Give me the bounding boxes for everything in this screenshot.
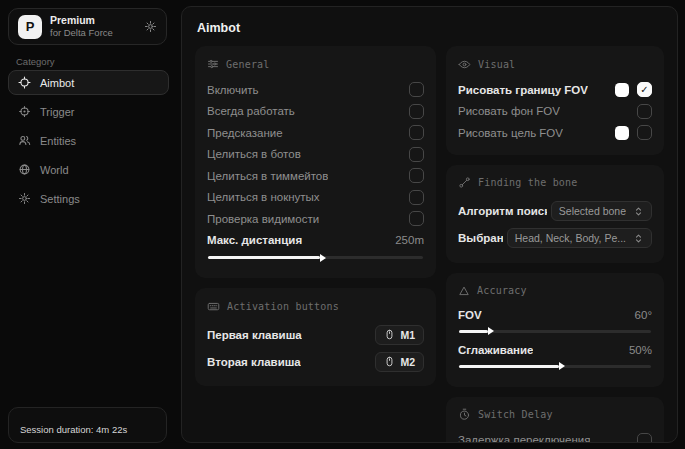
fov-slider[interactable] [459, 330, 651, 333]
bone-header: Finding the bone [458, 174, 652, 192]
selected-bones-select[interactable]: Head, Neck, Body, Pe... [507, 228, 652, 248]
checkbox[interactable] [409, 104, 424, 119]
sidebar-item-aimbot[interactable]: Aimbot [8, 70, 169, 95]
visual-row: Рисовать фон FOV [458, 101, 652, 123]
brand-text: Premium for Delta Force [50, 14, 113, 39]
checkbox[interactable] [409, 147, 424, 162]
switch-delay-card: Switch Delay Задержка переключения Задер… [446, 397, 664, 444]
setting-label: Проверка видимости [207, 213, 319, 225]
general-card: General Включить Всегда работать Предска… [195, 46, 436, 278]
brand-logo: P [18, 15, 42, 39]
max-distance-label: Макс. дистанция [207, 234, 302, 246]
sidebar-item-trigger[interactable]: Trigger [8, 99, 169, 124]
setting-label: Включить [207, 84, 259, 96]
smoothing-value: 50% [629, 344, 652, 356]
sidebar: P Premium for Delta Force Category Aimbo… [0, 0, 178, 449]
first-key-row: Первая клавиша M1 [207, 321, 424, 348]
smoothing-slider[interactable] [459, 365, 651, 368]
second-key-value: M2 [400, 356, 415, 368]
max-distance-value: 250m [395, 234, 424, 246]
sidebar-item-world[interactable]: World [8, 157, 169, 182]
bone-algorithm-row: Алгоритм поиска кости Selected bone [458, 198, 652, 225]
sidebar-item-label: Trigger [40, 106, 74, 118]
general-header: General [207, 55, 424, 73]
fov-label: FOV [458, 309, 482, 321]
bone-algorithm-select[interactable]: Selected bone [551, 201, 652, 221]
eye-icon [458, 58, 471, 71]
first-key-value: M1 [400, 329, 415, 341]
selected-bones-row: Выбранные кости Head, Neck, Body, Pe... [458, 225, 652, 252]
visual-header: Visual [458, 55, 652, 73]
bone-card: Finding the bone Алгоритм поиска кости S… [446, 165, 664, 263]
page-title: Aimbot [197, 21, 664, 35]
sidebar-item-label: Entities [40, 135, 76, 147]
mouse-icon [384, 329, 395, 340]
visual-row: Рисовать границу FOV [458, 79, 652, 101]
selected-bones-label: Выбранные кости [458, 232, 503, 244]
sidebar-menu: Aimbot Trigger Entities [8, 70, 169, 211]
trigger-icon [18, 105, 31, 118]
first-key-label: Первая клавиша [207, 329, 302, 341]
color-swatch[interactable] [615, 83, 629, 97]
checkbox[interactable] [637, 125, 652, 140]
setting-label: Целиться в нокнутых [207, 191, 320, 203]
gear-icon[interactable] [144, 20, 157, 33]
switch-delay-toggle-label: Задержка переключения [458, 434, 590, 443]
setting-row: Целиться в тиммейтов [207, 165, 424, 187]
bone-algorithm-label: Алгоритм поиска кости [458, 205, 547, 217]
max-distance-slider[interactable] [208, 256, 423, 259]
bone-algorithm-value: Selected bone [559, 205, 626, 217]
setting-label: Целиться в ботов [207, 148, 301, 160]
visual-label: Рисовать цель FOV [458, 127, 563, 139]
session-duration-text: Session duration: 4m 22s [20, 424, 127, 435]
crosshair-icon [18, 76, 31, 89]
section-title: Visual [478, 59, 515, 70]
setting-row: Проверка видимости [207, 208, 424, 230]
product-name: Premium [50, 14, 113, 27]
max-distance-row: Макс. дистанция 250m [207, 230, 424, 252]
checkbox[interactable] [637, 82, 652, 97]
setting-label: Предсказание [207, 127, 283, 139]
checkbox[interactable] [409, 125, 424, 140]
checkbox[interactable] [637, 433, 652, 444]
switch-delay-header: Switch Delay [458, 406, 652, 424]
section-title: Switch Delay [478, 409, 553, 420]
visual-row: Рисовать цель FOV [458, 122, 652, 144]
triangle-icon [458, 285, 470, 297]
second-key-row: Вторая клавиша M2 [207, 348, 424, 375]
first-key-button[interactable]: M1 [375, 325, 424, 345]
color-swatch[interactable] [615, 126, 629, 140]
checkbox[interactable] [409, 190, 424, 205]
section-title: Finding the bone [478, 177, 578, 188]
accuracy-card: Accuracy FOV 60° Сглаживание 50% [446, 273, 664, 387]
chevron-up-down-icon [633, 233, 644, 244]
bone-icon [458, 176, 471, 189]
checkbox[interactable] [409, 168, 424, 183]
sliders-icon [207, 58, 219, 70]
sidebar-item-entities[interactable]: Entities [8, 128, 169, 153]
visual-card: Visual Рисовать границу FOV Рисовать фон… [446, 46, 664, 155]
smoothing-label: Сглаживание [458, 344, 533, 356]
activation-card: Activation buttons Первая клавиша M1 Вто… [195, 288, 436, 386]
setting-label: Всегда работать [207, 105, 295, 117]
setting-row: Предсказание [207, 122, 424, 144]
visual-label: Рисовать границу FOV [458, 84, 588, 96]
checkbox[interactable] [409, 211, 424, 226]
sidebar-item-label: Settings [40, 193, 80, 205]
sidebar-item-settings[interactable]: Settings [8, 186, 169, 211]
smoothing-row: Сглаживание 50% [458, 341, 652, 360]
checkbox[interactable] [409, 82, 424, 97]
selected-bones-value: Head, Neck, Body, Pe... [515, 232, 626, 244]
checkbox[interactable] [637, 104, 652, 119]
section-title: Activation buttons [227, 301, 339, 312]
category-label: Category [16, 56, 55, 67]
fov-row: FOV 60° [458, 306, 652, 325]
mouse-icon [384, 356, 395, 367]
entities-icon [18, 134, 31, 147]
sidebar-item-label: World [40, 164, 69, 176]
setting-label: Целиться в тиммейтов [207, 170, 328, 182]
chevron-up-down-icon [633, 206, 644, 217]
brand-card: P Premium for Delta Force [8, 8, 167, 45]
second-key-button[interactable]: M2 [375, 352, 424, 372]
setting-row: Целиться в ботов [207, 144, 424, 166]
